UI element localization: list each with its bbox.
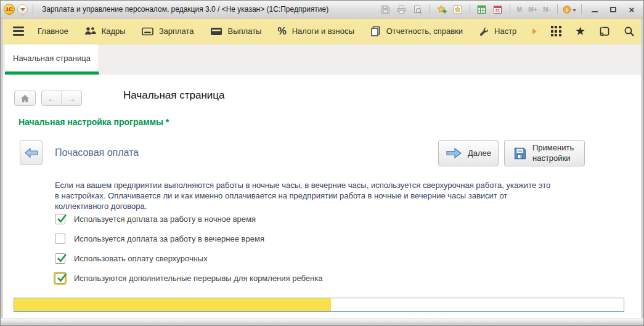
checkbox-icon[interactable]: [55, 214, 65, 224]
svg-text:31: 31: [495, 8, 500, 12]
calendar-button[interactable]: 31: [491, 3, 505, 15]
floppy-icon: [381, 5, 390, 14]
checkbox-label: Используется доплата за работу в ночное …: [74, 214, 256, 224]
close-button[interactable]: ×: [624, 3, 640, 15]
memory-recall-button[interactable]: M: [515, 3, 524, 15]
title-bar: 1С Зарплата и управление персоналом, ред…: [1, 1, 643, 18]
history-button[interactable]: [599, 26, 610, 37]
menu-item-payments[interactable]: Выплаты: [210, 26, 262, 36]
info-button[interactable]: i: [563, 3, 576, 15]
checkbox-feeding-breaks[interactable]: Используются дополнительные перерывы для…: [55, 273, 322, 283]
checkbox-icon[interactable]: [55, 234, 65, 244]
history-scroll-icon: [599, 26, 610, 37]
info-icon: i: [563, 4, 571, 15]
big-arrow-left-icon: [24, 147, 39, 159]
checkmark-icon: [56, 272, 68, 283]
documents-icon: [370, 26, 381, 36]
save-floppy-icon: [513, 147, 527, 160]
calculator-icon: [477, 5, 486, 14]
menu-item-taxes[interactable]: % Налоги и взносы: [277, 26, 354, 37]
arrow-right-icon: →: [67, 94, 76, 104]
separator: [581, 4, 582, 14]
forward-button[interactable]: →: [62, 91, 81, 105]
status-bar: [1, 318, 643, 325]
wizard-title: Начальная настройка программы *: [18, 117, 169, 127]
checkbox-label: Использовать оплату сверхурочных: [74, 254, 208, 263]
hamburger-menu-button[interactable]: [13, 26, 24, 36]
separator: [510, 4, 510, 14]
apply-settings-button[interactable]: Применить настройки: [504, 140, 585, 166]
search-button[interactable]: [624, 26, 635, 37]
favorites-panel-button[interactable]: ★: [575, 25, 585, 38]
separator: [557, 4, 558, 14]
wallet-icon: [210, 27, 222, 36]
home-button[interactable]: [14, 91, 36, 106]
arrow-left-icon: ←: [47, 94, 56, 104]
wizard-back-button[interactable]: [20, 140, 43, 165]
print-preview-button[interactable]: [411, 3, 425, 15]
checkmark-icon: [56, 252, 68, 264]
printer-icon: [397, 5, 406, 14]
progress-fill: [14, 298, 331, 311]
window-title: Зарплата и управление персоналом, редакц…: [42, 5, 328, 14]
print-button[interactable]: [395, 3, 409, 15]
home-icon: [20, 94, 30, 103]
memory-plus-button[interactable]: M+: [526, 3, 539, 15]
step-title: Почасовая оплата: [55, 147, 139, 158]
menu-item-main[interactable]: Главное: [38, 26, 68, 36]
percent-icon: %: [277, 26, 286, 37]
checkbox-overtime-pay[interactable]: Использовать оплату сверхурочных: [55, 253, 208, 264]
chevron-down-icon: [573, 9, 576, 14]
main-menu-ribbon: Главное Кадры Зарплата Выплаты % Налоги …: [1, 18, 643, 44]
checkbox-icon[interactable]: [55, 253, 65, 264]
minimize-icon: [592, 11, 598, 12]
checkbox-night-work[interactable]: Используется доплата за работу в ночное …: [55, 214, 256, 224]
separator: [430, 4, 430, 14]
memory-minus-button[interactable]: M-: [541, 3, 552, 15]
back-button[interactable]: ←: [42, 91, 62, 105]
checkbox-label: Используются дополнительные перерывы для…: [74, 274, 322, 283]
minimize-button[interactable]: [587, 3, 603, 15]
favorites-button[interactable]: [451, 3, 465, 15]
history-nav-group: ← →: [41, 91, 82, 106]
menu-item-personnel[interactable]: Кадры: [84, 26, 126, 36]
close-icon: ×: [629, 5, 635, 14]
wrench-icon: [479, 26, 489, 36]
menu-item-salary[interactable]: Зарплата: [142, 26, 194, 36]
menu-overflow-arrow-icon[interactable]: [532, 28, 540, 35]
maximize-button[interactable]: [605, 3, 621, 15]
system-menu-button[interactable]: [17, 4, 28, 15]
menu-item-settings[interactable]: Настр: [479, 26, 516, 36]
menu-item-reports[interactable]: Отчетность, справки: [370, 26, 463, 36]
separator: [470, 4, 470, 14]
next-button-label: Далее: [468, 149, 491, 158]
apply-button-label: Применить настройки: [532, 143, 576, 163]
calendar-icon: 31: [493, 5, 502, 14]
search-icon: [624, 26, 635, 37]
checkbox-icon[interactable]: [55, 273, 65, 283]
step-description: Если на вашем предприятии выполняются ра…: [55, 180, 551, 211]
star-icon: ★: [575, 25, 585, 38]
calculator-button[interactable]: [475, 3, 489, 15]
preview-icon: [413, 5, 422, 14]
tab-label: Начальная страница: [13, 54, 91, 63]
star-plus-icon: [437, 5, 447, 14]
checkbox-evening-work[interactable]: Используется доплата за работу в вечерне…: [55, 234, 264, 244]
payroll-card-icon: [142, 27, 153, 36]
tab-bar: Начальная страница: [1, 44, 643, 75]
save-button[interactable]: [379, 3, 393, 15]
star-framed-icon: [453, 5, 462, 14]
main-content: ← → Начальная страница Начальная настрой…: [1, 75, 643, 318]
app-window: 1С Зарплата и управление персоналом, ред…: [0, 0, 644, 326]
tab-home-page[interactable]: Начальная страница: [5, 44, 99, 75]
next-button[interactable]: Далее: [438, 140, 499, 166]
maximize-icon: [610, 7, 616, 12]
wizard-progress-bar: [14, 298, 624, 312]
checkmark-icon: [56, 213, 68, 224]
add-to-favorites-button[interactable]: [435, 3, 449, 15]
chevron-down-icon: [20, 8, 25, 14]
all-functions-button[interactable]: [551, 26, 561, 36]
people-icon: [84, 26, 96, 36]
page-title: Начальная страница: [123, 89, 225, 102]
1c-logo-icon: 1С: [4, 4, 15, 15]
